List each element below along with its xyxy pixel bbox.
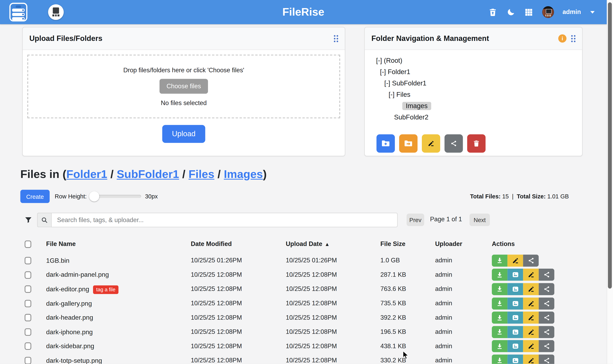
column-header-uploader[interactable]: Uploader	[435, 241, 492, 247]
share-button[interactable]	[539, 354, 554, 364]
edit-button[interactable]	[523, 269, 539, 281]
choose-files-button[interactable]: Choose files	[160, 79, 208, 93]
share-button[interactable]	[539, 340, 554, 352]
file-name[interactable]: dark-gallery.png	[46, 300, 92, 307]
scrollbar-thumb[interactable]	[608, 2, 612, 289]
tree-item-label[interactable]: (Root)	[384, 57, 402, 65]
edit-button[interactable]	[523, 340, 539, 352]
scrollbar-track[interactable]	[607, 0, 613, 364]
download-button[interactable]	[492, 354, 507, 364]
edit-button[interactable]	[523, 297, 539, 310]
totals-summary: Total Files: 15 | Total Size: 1.01 GB	[470, 193, 569, 200]
row-checkbox[interactable]	[25, 271, 31, 279]
file-name[interactable]: dark-header.png	[46, 314, 93, 321]
row-checkbox[interactable]	[25, 286, 31, 293]
tree-item-label[interactable]: SubFolder1	[392, 79, 427, 87]
download-button[interactable]	[492, 283, 507, 295]
file-name[interactable]: dark-totp-setup.png	[46, 357, 102, 364]
create-folder-button[interactable]	[376, 134, 395, 153]
tree-toggle[interactable]: [-]	[389, 91, 396, 98]
edit-button[interactable]	[507, 254, 523, 267]
user-avatar[interactable]	[542, 6, 554, 18]
download-button[interactable]	[492, 312, 507, 324]
folder-tree-item[interactable]: [-] (Root)	[365, 55, 582, 66]
folder-tree-item[interactable]: [-] SubFolder1	[365, 78, 582, 89]
share-button[interactable]	[523, 254, 539, 267]
preview-button[interactable]	[507, 326, 523, 338]
column-header-file-size[interactable]: File Size	[380, 241, 435, 247]
select-all-checkbox[interactable]	[25, 240, 31, 248]
breadcrumb-link[interactable]: SubFolder1	[117, 168, 179, 180]
share-button[interactable]	[539, 297, 554, 310]
upload-dropzone[interactable]: Drop files/folders here or click 'Choose…	[27, 55, 340, 118]
row-checkbox[interactable]	[25, 357, 31, 364]
info-icon[interactable]: i	[558, 34, 567, 42]
row-checkbox[interactable]	[25, 328, 31, 336]
preview-button[interactable]	[507, 354, 523, 364]
search-input[interactable]	[51, 213, 398, 227]
file-name[interactable]: dark-sidebar.png	[46, 343, 94, 350]
filter-icon[interactable]	[24, 216, 32, 225]
download-button[interactable]	[492, 340, 507, 352]
edit-button[interactable]	[523, 326, 539, 338]
dark-mode-moon-icon[interactable]	[506, 8, 515, 17]
tree-toggle[interactable]: [-]	[380, 68, 388, 76]
preview-button[interactable]	[507, 269, 523, 281]
download-button[interactable]	[492, 326, 507, 338]
column-header-date-modified[interactable]: Date Modified	[191, 241, 286, 247]
tree-item-selected[interactable]: Images	[402, 102, 431, 110]
user-menu-caret-icon[interactable]	[589, 8, 595, 17]
row-checkbox[interactable]	[25, 257, 31, 264]
download-button[interactable]	[492, 297, 507, 310]
file-name[interactable]: 1GB.bin	[46, 257, 70, 264]
row-height-value: 30px	[145, 193, 158, 200]
delete-folder-button[interactable]	[467, 134, 486, 153]
tree-toggle[interactable]: [-]	[376, 57, 384, 65]
row-checkbox[interactable]	[25, 343, 31, 350]
prev-page-button[interactable]: Prev	[407, 214, 424, 226]
move-folder-button[interactable]	[399, 134, 418, 153]
row-checkbox[interactable]	[25, 314, 31, 322]
file-name[interactable]: dark-editor.png	[46, 286, 89, 293]
download-button[interactable]	[492, 254, 507, 267]
trash-restore-icon[interactable]	[488, 8, 498, 17]
next-page-button[interactable]: Next	[470, 214, 490, 226]
folder-tree-item[interactable]: SubFolder2	[365, 112, 582, 123]
drag-handle-icon[interactable]	[571, 35, 575, 42]
breadcrumb-link[interactable]: Folder1	[66, 168, 107, 180]
row-height-slider-knob[interactable]	[89, 191, 99, 201]
upload-button[interactable]: Upload	[162, 125, 205, 143]
share-button[interactable]	[539, 269, 554, 281]
column-header-upload-date[interactable]: Upload Date▲	[286, 241, 380, 247]
edit-button[interactable]	[523, 312, 539, 324]
preview-button[interactable]	[507, 283, 523, 295]
tree-toggle[interactable]: [-]	[384, 79, 392, 87]
preview-button[interactable]	[507, 340, 523, 352]
preview-button[interactable]	[507, 312, 523, 324]
edit-button[interactable]	[523, 354, 539, 364]
rename-folder-button[interactable]	[422, 134, 440, 153]
share-folder-button[interactable]	[445, 134, 463, 153]
file-name[interactable]: dark-iphone.png	[46, 328, 93, 335]
row-checkbox[interactable]	[25, 300, 31, 307]
drag-handle-icon[interactable]	[334, 35, 338, 42]
file-name[interactable]: dark-admin-panel.png	[46, 271, 109, 278]
breadcrumb-link[interactable]: Images	[224, 168, 263, 180]
create-button[interactable]: Create	[20, 190, 50, 203]
share-button[interactable]	[539, 326, 554, 338]
share-button[interactable]	[539, 283, 554, 295]
folder-tree-item[interactable]: [-] Files	[365, 89, 582, 100]
folder-tree-item[interactable]: Images	[365, 100, 582, 112]
file-tag-badge[interactable]: tag a file	[93, 286, 119, 294]
tree-item-label[interactable]: Files	[396, 91, 410, 98]
breadcrumb-link[interactable]: Files	[189, 168, 214, 180]
share-button[interactable]	[539, 312, 554, 324]
edit-button[interactable]	[523, 283, 539, 295]
tree-item-label[interactable]: Folder1	[388, 68, 410, 76]
folder-tree-item[interactable]: [-] Folder1	[365, 66, 582, 78]
column-header-file-name[interactable]: File Name	[46, 241, 191, 247]
apps-grid-icon[interactable]	[524, 8, 533, 17]
download-button[interactable]	[492, 269, 507, 281]
tree-item-label[interactable]: SubFolder2	[394, 114, 429, 121]
preview-button[interactable]	[507, 297, 523, 310]
